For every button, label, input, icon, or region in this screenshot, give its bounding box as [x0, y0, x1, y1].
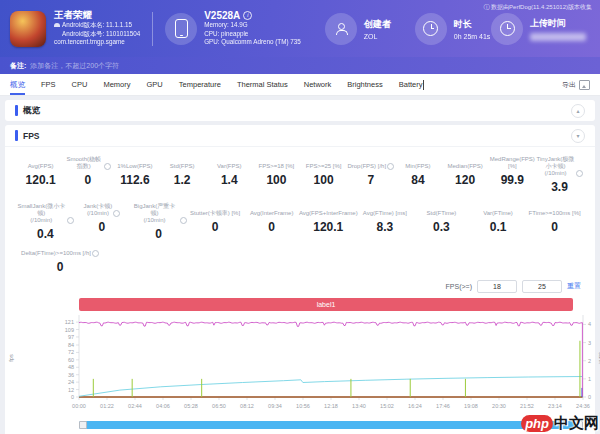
stat-fps>=25: FPS>=25 [%]100 [300, 156, 347, 194]
info-icon[interactable] [113, 210, 120, 217]
section-accent [15, 130, 18, 141]
info-icon[interactable] [67, 217, 74, 224]
svg-text:01:22: 01:22 [100, 403, 114, 409]
stat-row-2: SmallJank(微小卡顿) (/10min)0.4Jank(卡顿) (/10… [5, 203, 595, 241]
stat-avg: Avg(FPS+InterFrame)120.1 [300, 203, 357, 241]
android-icon [54, 23, 60, 27]
stat-value: 100 [253, 173, 300, 187]
stat-value: 0 [64, 173, 111, 187]
game-app-icon [10, 11, 46, 47]
info-icon[interactable] [92, 250, 99, 257]
stat-label: Jank(卡顿) (/10min) [74, 203, 131, 217]
overview-collapse-button[interactable] [571, 104, 585, 118]
info-icon[interactable] [576, 170, 583, 177]
stat-var: Var(FPS)1.4 [206, 156, 253, 194]
stat-value: 0 [526, 220, 583, 234]
creator-label: 创建者 [364, 18, 391, 31]
fps-section-title: FPS [23, 131, 40, 141]
stat-ftime>=100ms: FTime>=100ms [%]0 [526, 203, 583, 241]
info-icon[interactable] [180, 217, 187, 224]
stat-label: Drop(FPS) [/h] [347, 156, 394, 170]
stat-label: Var(FPS) [206, 156, 253, 170]
stat-bigjank: BigJank(严重卡顿) (/10min)0 [130, 203, 187, 241]
stat-min: Min(FPS)84 [394, 156, 441, 194]
stat-smooth: Smooth(稳帧指数)0 [64, 156, 111, 194]
section-accent [15, 105, 18, 116]
metric-tabbar: 概览FPSCPUMemoryGPUTemperatureThermal Stat… [0, 74, 600, 96]
svg-text:72: 72 [68, 349, 74, 355]
svg-text:fps: fps [8, 354, 14, 362]
export-button[interactable]: 导出 [562, 80, 590, 90]
svg-text:20:30: 20:30 [492, 403, 506, 409]
info-icon[interactable] [104, 163, 111, 170]
fps-chart: 0122436486072849710912101234fpsJank00:00… [5, 311, 600, 421]
package-name: com.tencent.tmgp.sgame [54, 38, 125, 47]
stat-label: Smooth(稳帧指数) [64, 156, 111, 170]
chart-region-band: label1 [79, 298, 573, 311]
clock-icon [423, 21, 438, 36]
watermark-cn-text: 中文网 [554, 414, 599, 433]
stat-value: 0 [187, 220, 244, 234]
report-content: 概览 FPS Avg(FPS)120.1Smooth(稳帧指数)01%Low(F… [0, 96, 600, 434]
device-info: V2528Ai Memory: 14.9G CPU: pineapple GPU… [165, 10, 301, 47]
svg-text:1: 1 [588, 376, 591, 382]
tab-battery[interactable]: Battery [399, 74, 425, 95]
chart-region-label: label1 [317, 301, 336, 308]
report-header: ⓘ 数据由PerfDog(11.4.251012)版本收集 王者荣耀 Andro… [0, 0, 600, 57]
svg-text:19:08: 19:08 [464, 403, 478, 409]
stat-value: 0 [130, 227, 187, 241]
stat-std: Std(FTime)0.3 [413, 203, 470, 241]
svg-text:97: 97 [68, 334, 74, 340]
chart-range-scrollbar[interactable] [79, 421, 583, 429]
tab-gpu[interactable]: GPU [147, 74, 163, 95]
stat-value: 120.1 [17, 173, 64, 187]
stat-value: 8.3 [357, 220, 414, 234]
fps-threshold-min-input[interactable] [477, 280, 517, 293]
stat-avg: Avg(InterFrame)0 [243, 203, 300, 241]
svg-text:16:24: 16:24 [408, 403, 422, 409]
stat-label: FTime>=100ms [%] [526, 203, 583, 217]
stat-label: Min(FPS) [394, 156, 441, 170]
stat-drop: Drop(FPS) [/h]7 [347, 156, 394, 194]
watermark-php-badge: php [521, 415, 553, 432]
tab-memory[interactable]: Memory [103, 74, 130, 95]
stat-delta: Delta(FTime)>=100ms [/h]0 [17, 249, 103, 274]
svg-text:24: 24 [68, 379, 74, 385]
perfdog-report-page: ⓘ 数据由PerfDog(11.4.251012)版本收集 王者荣耀 Andro… [0, 0, 600, 434]
svg-text:08:12: 08:12 [240, 403, 254, 409]
phone-icon [175, 19, 188, 38]
export-icon [579, 80, 590, 90]
stat-median: Median(FPS)120 [442, 156, 489, 194]
android-version-code: Android版本号: 1101011504 [62, 30, 140, 39]
scrollbar-left-handle[interactable] [79, 421, 87, 429]
creator-block: 创建者 ZOL [325, 13, 391, 45]
fps-threshold-reset-link[interactable]: 重置 [567, 281, 581, 291]
tab-network[interactable]: Network [304, 74, 332, 95]
tab-概览[interactable]: 概览 [10, 74, 25, 95]
stat-label: Stutter(卡顿率) [%] [187, 203, 244, 217]
tab-fps[interactable]: FPS [41, 74, 56, 95]
stat-medrange: MedRange(FPS)[%]99.9 [489, 156, 536, 194]
tab-temperature[interactable]: Temperature [179, 74, 221, 95]
device-info-icon[interactable]: i [243, 11, 252, 20]
tab-thermal-status[interactable]: Thermal Status [237, 74, 288, 95]
note-bar[interactable]: 备注: 添加备注，不超过200个字符 [0, 57, 600, 74]
svg-text:24:36: 24:36 [576, 403, 590, 409]
stat-label: Avg(InterFrame) [243, 203, 300, 217]
fps-filter-row: FPS(>=) 重置 [5, 278, 595, 294]
fps-threshold-max-input[interactable] [522, 280, 562, 293]
stat-value: 120 [442, 173, 489, 187]
note-placeholder: 添加备注，不超过200个字符 [30, 61, 119, 71]
tab-cpu[interactable]: CPU [72, 74, 88, 95]
tab-brightness[interactable]: Brightness [347, 74, 382, 95]
svg-text:3: 3 [588, 340, 591, 346]
svg-text:121: 121 [65, 319, 74, 325]
stat-value: 3.9 [536, 180, 583, 194]
stat-label: Avg(FTime) [ms] [357, 203, 414, 217]
stat-label: SmallJank(微小卡顿) (/10min) [17, 203, 74, 224]
fps-stats: Avg(FPS)120.1Smooth(稳帧指数)01%Low(FPS)112.… [5, 156, 595, 274]
fps-collapse-button[interactable] [571, 129, 585, 143]
svg-text:13:40: 13:40 [352, 403, 366, 409]
svg-text:21:52: 21:52 [520, 403, 534, 409]
info-icon[interactable] [387, 163, 394, 170]
